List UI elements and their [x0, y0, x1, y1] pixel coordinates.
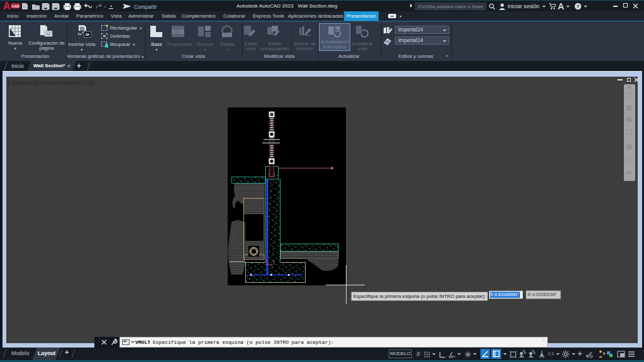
svg-text:CAD: CAD — [12, 4, 19, 8]
svg-text:?: ? — [577, 4, 580, 9]
svg-text:Compartir: Compartir — [134, 4, 157, 10]
